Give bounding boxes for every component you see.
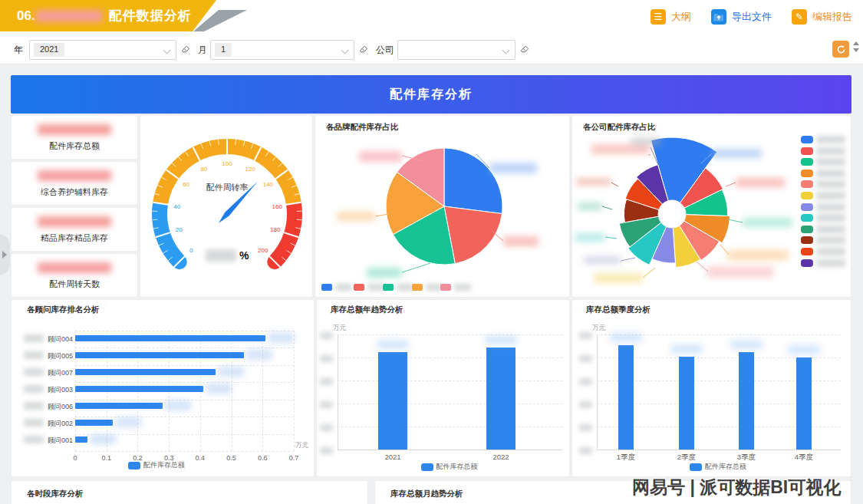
redacted-rose-label — [594, 273, 643, 283]
legend-item[interactable] — [354, 284, 384, 291]
pie-slice[interactable] — [444, 148, 502, 214]
gauge-tick-label: 180 — [270, 226, 281, 233]
chevron-down-icon[interactable] — [342, 48, 348, 54]
legend-item[interactable] — [801, 180, 845, 188]
chart-legend[interactable]: 配件库存总额 — [128, 460, 185, 470]
redacted-kpi-value — [38, 262, 111, 273]
legend-swatch — [801, 259, 813, 267]
company-rose-card: 各公司配件库存占比 — [571, 115, 851, 298]
bar[interactable] — [618, 345, 634, 450]
company-clear-eraser-icon[interactable] — [519, 43, 530, 54]
chevron-down-icon[interactable] — [503, 48, 509, 54]
redacted-rose-label — [575, 233, 605, 242]
year-select[interactable]: 2021 — [29, 40, 176, 60]
legend-swatch — [801, 203, 813, 211]
bar[interactable] — [75, 369, 216, 375]
gauge-tick-label: 120 — [245, 166, 255, 173]
year-clear-eraser-icon[interactable] — [180, 43, 191, 54]
spinner-down-icon[interactable] — [853, 48, 859, 52]
month-clear-eraser-icon[interactable] — [357, 43, 369, 54]
redacted-legend-label — [816, 136, 845, 143]
legend-item[interactable] — [440, 284, 471, 291]
y-axis-category-label: 顾问003 — [45, 385, 73, 395]
legend-item[interactable] — [801, 192, 845, 199]
bar[interactable] — [796, 357, 812, 450]
redacted-pie-label — [503, 236, 539, 246]
redacted-value-label — [165, 400, 191, 410]
export-file-button[interactable]: 导出文件 — [711, 9, 772, 25]
outline-button[interactable]: ☰ 大纲 — [651, 9, 691, 25]
legend-item[interactable] — [801, 136, 845, 143]
year-selected-chip[interactable]: 2021 — [34, 43, 64, 57]
redacted-y-tick-label — [320, 424, 333, 431]
redacted-rose-label — [578, 203, 602, 210]
month-select[interactable]: 1 — [210, 40, 354, 60]
rank-bar-card: 各顾问库存排名分析 00.10.20.30.40.50.60.7万元顾问004顾… — [11, 299, 315, 477]
chart-legend[interactable]: 配件库存总额 — [421, 462, 478, 472]
pie-callout-line — [402, 263, 430, 272]
redacted-value-label — [377, 340, 409, 349]
kpi-card[interactable]: 综合养护辅料库存 — [11, 161, 138, 206]
redacted-category-prefix — [24, 351, 44, 359]
turnover-gauge-chart[interactable]: 020406080100120140160180200 — [140, 116, 314, 298]
collapse-spinner[interactable] — [853, 41, 861, 57]
redacted-y-tick-label — [320, 378, 333, 385]
rose-callout-line — [728, 219, 743, 222]
legend-item[interactable] — [801, 259, 845, 267]
legend-item[interactable] — [801, 170, 845, 177]
refresh-button[interactable] — [832, 41, 849, 58]
redacted-rose-label — [576, 178, 611, 186]
chart-legend[interactable]: 配件库存总额 — [690, 462, 746, 472]
report-title-banner: 06. 配件数据分析 — [0, 0, 216, 31]
legend-swatch — [801, 248, 813, 255]
collapse-panel-handle[interactable] — [0, 235, 10, 275]
legend-item[interactable] — [801, 226, 845, 233]
company-select[interactable] — [397, 40, 515, 60]
redacted-legend-label — [816, 170, 845, 177]
bar[interactable] — [378, 352, 407, 450]
grid-line — [75, 382, 294, 383]
redacted-legend-label — [816, 259, 845, 267]
year-trend-card: 库存总额年趋势分析 万元 20212022配件库存总额 — [316, 299, 570, 477]
kpi-card[interactable]: 配件周转天数 — [11, 253, 138, 298]
bar[interactable] — [75, 436, 87, 443]
redacted-value-label — [610, 333, 642, 342]
brand-pie-chart[interactable] — [315, 116, 571, 298]
legend-item[interactable] — [801, 203, 845, 211]
legend-item[interactable] — [801, 158, 845, 166]
legend-swatch — [440, 284, 451, 291]
grid-line — [338, 404, 562, 404]
legend-item[interactable] — [383, 284, 413, 291]
spinner-up-icon[interactable] — [853, 41, 859, 45]
legend-label: 配件库存总额 — [436, 462, 478, 472]
redacted-value-label — [268, 333, 294, 343]
kpi-card[interactable]: 精品库存精品库存 — [11, 207, 138, 252]
legend-item[interactable] — [801, 248, 845, 255]
section-title: 配件库存分析 — [390, 87, 473, 103]
kpi-card[interactable]: 配件库存总额 — [11, 115, 138, 160]
bar[interactable] — [739, 352, 754, 450]
bar[interactable] — [75, 403, 163, 409]
redacted-rose-label — [743, 218, 792, 227]
legend-item[interactable] — [801, 147, 845, 155]
bar[interactable] — [75, 352, 244, 358]
legend-item[interactable] — [412, 284, 443, 291]
redacted-y-tick-label — [579, 355, 592, 362]
bar[interactable] — [679, 357, 694, 450]
bar[interactable] — [75, 420, 113, 426]
bar[interactable] — [75, 386, 203, 392]
chevron-down-icon[interactable] — [164, 48, 170, 54]
redacted-gauge-value — [206, 249, 236, 262]
legend-item[interactable] — [801, 214, 845, 222]
legend-item[interactable] — [321, 284, 352, 291]
x-axis-category-label: 4季度 — [785, 453, 823, 463]
redacted-y-tick-label — [320, 332, 333, 339]
redacted-category-prefix — [24, 385, 44, 393]
redacted-rose-label — [712, 149, 762, 158]
bar[interactable] — [486, 348, 515, 450]
month-selected-chip[interactable]: 1 — [215, 43, 232, 57]
edit-report-button[interactable]: ✎ 编辑报告 — [792, 9, 852, 25]
bar[interactable] — [75, 335, 265, 341]
redacted-category-prefix — [24, 368, 44, 376]
legend-item[interactable] — [801, 236, 845, 244]
